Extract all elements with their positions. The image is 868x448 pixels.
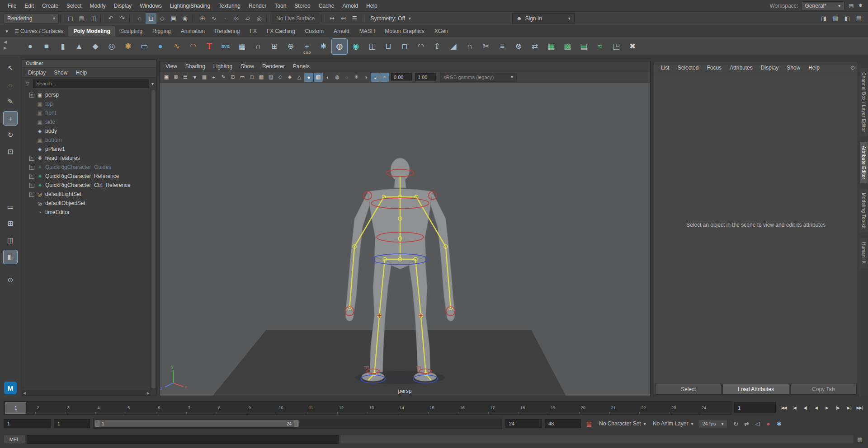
shaded-icon[interactable]: ● xyxy=(304,73,313,82)
svg-tool-icon[interactable]: SVG xyxy=(218,39,233,54)
shelf-tab-poly-modeling[interactable]: Poly Modeling xyxy=(68,26,115,37)
scroll-right-icon[interactable]: ▶ xyxy=(147,391,150,395)
snap-curve-icon[interactable]: ∿ xyxy=(208,13,219,24)
expand-toggle[interactable] xyxy=(29,201,34,206)
load-attributes-button[interactable]: Load Attributes xyxy=(722,384,789,395)
anim-layer-icon[interactable]: ▤ xyxy=(584,419,594,429)
expand-toggle[interactable]: + xyxy=(29,174,34,179)
shelf-tab-arnold[interactable]: Arnold xyxy=(329,26,354,37)
fps-dropdown[interactable]: 24 fps ▾ xyxy=(698,419,727,428)
frame-tick[interactable]: 10 xyxy=(277,401,307,414)
menu-item[interactable]: Cache xyxy=(315,0,339,12)
toggle-attribute-editor-icon[interactable]: ▥ xyxy=(830,13,841,24)
snap-projected-icon[interactable]: ⊙ xyxy=(231,13,242,24)
outliner-item[interactable]: ◔ timeEditor xyxy=(22,208,150,217)
frame-tick[interactable]: 13 xyxy=(368,401,398,414)
panel-menu-item[interactable]: Help xyxy=(71,68,91,77)
camera-select-icon[interactable]: ▣ xyxy=(162,73,171,82)
frame-tick[interactable]: 23 xyxy=(670,401,700,414)
playback-end-field[interactable]: 24 xyxy=(505,419,542,428)
chevron-down-icon[interactable]: ▾ xyxy=(151,81,154,86)
outliner-horizontal-scrollbar[interactable]: ◀ ▶ xyxy=(22,390,151,396)
tab-modeling-toolkit[interactable]: Modeling Toolkit xyxy=(860,189,868,233)
gamma-mode-dropdown[interactable]: sRGB gamma (legacy) ▾ xyxy=(440,73,517,82)
shelf-tab-sculpting[interactable]: Sculpting xyxy=(115,26,147,37)
frame-tick[interactable]: 24 xyxy=(700,401,730,414)
save-scene-icon[interactable]: ◫ xyxy=(88,13,99,24)
anim-layer-dropdown[interactable]: No Anim Layer ▾ xyxy=(651,420,695,427)
panel-menu-item[interactable]: Display xyxy=(24,68,50,77)
frame-tick[interactable]: 21 xyxy=(609,401,640,414)
snap-view-plane-icon[interactable]: ▱ xyxy=(242,13,253,24)
select-hierarchy-icon[interactable]: ⌂ xyxy=(134,13,145,24)
zoom-tool[interactable]: ⊙ xyxy=(4,273,17,287)
lasso-tool[interactable]: ◌ xyxy=(4,78,17,92)
playback-loop-icon[interactable]: ↻ xyxy=(731,419,741,429)
outliner-item[interactable]: + ◎ defaultLightSet xyxy=(22,190,150,199)
frame-tick[interactable]: 20 xyxy=(579,401,609,414)
shelf-prev-icon[interactable]: ◀ xyxy=(4,40,7,44)
pin-icon[interactable]: ⊙ xyxy=(850,65,855,71)
default-material-icon[interactable]: ◐ xyxy=(323,73,332,82)
menu-item[interactable]: Create xyxy=(38,0,62,12)
uv-editor-icon[interactable]: ◳ xyxy=(609,39,624,54)
construction-history-icon[interactable]: ☰ xyxy=(349,13,360,24)
current-time-field[interactable]: 1 xyxy=(734,402,776,413)
record-icon[interactable]: ● xyxy=(763,419,773,429)
freeze-transformations-icon[interactable]: ❄ xyxy=(316,39,331,54)
menu-item[interactable]: Windows xyxy=(136,0,166,12)
menu-item[interactable]: Render xyxy=(245,0,270,12)
smooth-icon[interactable]: ◠ xyxy=(413,39,429,54)
panel-menu-item[interactable]: View xyxy=(161,62,181,71)
toggle-channel-box-icon[interactable]: ▤ xyxy=(854,13,864,24)
expand-toggle[interactable] xyxy=(29,210,34,215)
shelf-tab-animation[interactable]: Animation xyxy=(176,26,210,37)
snap-point-icon[interactable]: ∙ xyxy=(220,13,231,24)
outliner-item[interactable]: ▣ front xyxy=(22,108,150,117)
panel-menu-item[interactable]: Show xyxy=(50,68,71,77)
step-back-key-button[interactable]: ◀| xyxy=(800,402,810,413)
menu-item[interactable]: Stereo xyxy=(290,0,314,12)
wireframe-on-shaded-icon[interactable]: ◍ xyxy=(333,73,342,82)
command-input[interactable] xyxy=(27,435,339,444)
anti-aliasing-icon[interactable]: ≈ xyxy=(380,73,389,82)
menu-item[interactable]: Select xyxy=(62,0,85,12)
film-gate-icon[interactable]: ▭ xyxy=(238,73,247,82)
character-set-dropdown[interactable]: No Character Set ▾ xyxy=(597,420,648,427)
panel-menu-item[interactable]: Panels xyxy=(289,62,314,71)
frame-tick[interactable]: 9 xyxy=(247,401,277,414)
boolean-icon[interactable]: ◫ xyxy=(364,39,380,54)
frame-tick[interactable]: 16 xyxy=(458,401,488,414)
wireframe-icon[interactable]: △ xyxy=(295,73,304,82)
shelf-tab-fx[interactable]: FX xyxy=(245,26,262,37)
extrude-icon[interactable]: ⇧ xyxy=(429,39,445,54)
workspace-dropdown[interactable]: General* ▾ xyxy=(801,1,844,10)
step-forward-key-button[interactable]: |▶ xyxy=(833,402,843,413)
panel-menu-item[interactable]: Show xyxy=(236,62,258,71)
menu-item[interactable]: Toon xyxy=(270,0,290,12)
search-input[interactable] xyxy=(33,79,149,88)
safe-action-icon[interactable]: ◇ xyxy=(276,73,285,82)
bookmark-icon[interactable]: ▼ xyxy=(190,73,199,82)
animation-preferences-icon[interactable]: ✱ xyxy=(774,419,784,429)
menu-item[interactable]: Help xyxy=(362,0,382,12)
menu-item[interactable]: Modify xyxy=(85,0,109,12)
shelf-tab-motion-graphics[interactable]: Motion Graphics xyxy=(380,26,429,37)
maya-account-badge[interactable]: M xyxy=(4,382,17,394)
poly-cone-icon[interactable]: ▲ xyxy=(71,39,87,54)
frame-tick[interactable]: 14 xyxy=(398,401,428,414)
undo-icon[interactable]: ↶ xyxy=(105,13,116,24)
menu-set-dropdown[interactable]: Rendering ▾ xyxy=(4,14,59,23)
frame-tick[interactable]: 6 xyxy=(156,401,186,414)
combine-icon[interactable]: ⊔ xyxy=(381,39,396,54)
poly-torus-icon[interactable]: ◎ xyxy=(104,39,119,54)
panel-menu-item[interactable]: List xyxy=(657,63,674,72)
outliner-vertical-scrollbar[interactable] xyxy=(151,89,156,390)
viewport-canvas[interactable]: TR TR y x z persp xyxy=(160,83,650,396)
rotate-tool[interactable]: ↻ xyxy=(4,128,17,142)
group-separator[interactable] xyxy=(192,14,195,23)
poly-platonic-icon[interactable]: ◆ xyxy=(88,39,103,54)
textured-icon[interactable]: ▨ xyxy=(314,73,323,82)
menu-item[interactable]: Edit xyxy=(20,0,38,12)
outliner-item[interactable]: ▣ bottom xyxy=(22,135,150,145)
